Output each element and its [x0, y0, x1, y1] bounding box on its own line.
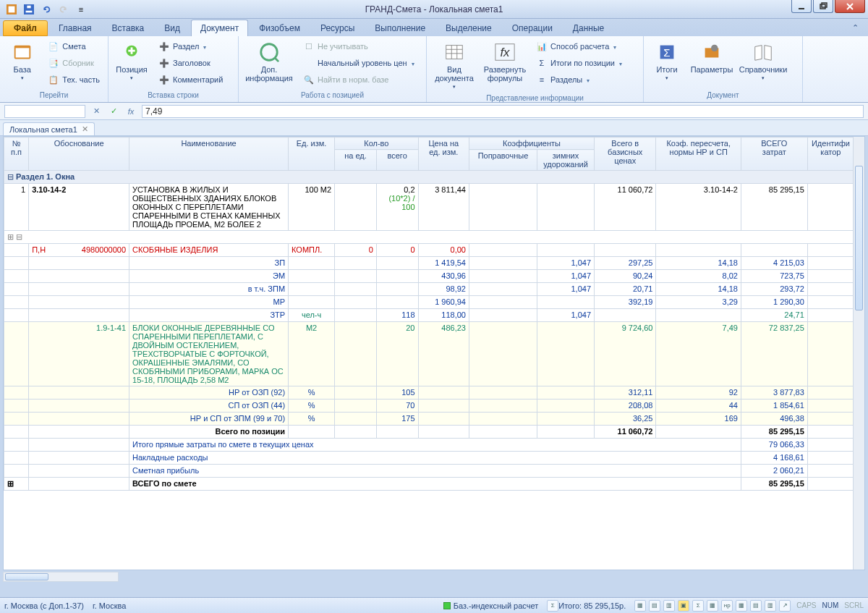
ribbon-group-navigate: База▾ 📄Смета 📑Сборник 📋Тех. часть Перейт…: [0, 36, 109, 102]
collection-button[interactable]: 📑Сборник: [44, 55, 103, 71]
calc-mode-icon: [443, 602, 451, 609]
ignore-button[interactable]: ☐Не учитывать: [299, 38, 418, 54]
table-row[interactable]: Всего по позиции11 060,7285 295,15: [4, 426, 854, 439]
close-button[interactable]: [835, 0, 865, 13]
tab-physvolume[interactable]: Физобъем: [250, 20, 310, 36]
status-icon[interactable]: ▤: [750, 600, 762, 612]
status-icon[interactable]: ▤: [649, 600, 660, 612]
table-row[interactable]: ЗП1 419,541,047297,2514,184 215,03: [4, 257, 854, 270]
heading-button[interactable]: ➕Заголовок: [155, 55, 226, 71]
references-button[interactable]: Справочники▾: [738, 38, 788, 83]
group-label: Документ: [644, 91, 802, 102]
svg-rect-1: [9, 6, 15, 12]
table-row[interactable]: в т.ч. ЗПМ98,921,04720,7114,18293,72: [4, 283, 854, 296]
svg-line-16: [275, 58, 279, 62]
close-doc-icon[interactable]: ✕: [82, 124, 88, 134]
tab-selection[interactable]: Выделение: [436, 20, 501, 36]
app-icon[interactable]: [4, 2, 19, 17]
techpart-button[interactable]: 📋Тех. часть: [44, 72, 103, 88]
table-row[interactable]: НР и СП от ЗПМ (99 и 70)%17536,25169496,…: [4, 413, 854, 426]
status-icon[interactable]: ▦: [736, 600, 747, 612]
tab-view[interactable]: Вид: [155, 20, 190, 36]
table-row[interactable]: СП от ОЗП (44)%70208,08441 854,61: [4, 399, 854, 413]
qat-customize-icon[interactable]: ≡: [74, 2, 88, 17]
table-row[interactable]: ЭМ430,961,04790,248,02723,75: [4, 270, 854, 283]
svg-rect-4: [27, 5, 30, 8]
status-icon[interactable]: нр: [721, 600, 733, 612]
section-button[interactable]: ➕Раздел: [155, 38, 226, 54]
table-row[interactable]: Накладные расходы4 168,61: [4, 452, 854, 465]
status-icon[interactable]: ▥: [663, 600, 675, 612]
svg-point-27: [711, 45, 718, 51]
status-icon[interactable]: ▣: [678, 600, 689, 612]
table-row[interactable]: Итого прямые затраты по смете в текущих …: [4, 439, 854, 452]
status-icon[interactable]: ↗: [779, 600, 791, 612]
ribbon-group-position: Доп. информация ☐Не учитывать Начальный …: [239, 36, 427, 102]
addinfo-button[interactable]: Доп. информация: [243, 38, 295, 85]
ribbon-group-insertrow: Позиция▾ ➕Раздел ➕Заголовок ➕Комментарий…: [109, 36, 239, 102]
table-row[interactable]: ⊞ВСЕГО по смете85 295,15: [4, 478, 854, 491]
docview-button[interactable]: Вид документа▾: [431, 38, 477, 92]
status-icon[interactable]: ▥: [765, 600, 776, 612]
table-row[interactable]: ЗТРчел-ч118118,001,04724,71: [4, 309, 854, 322]
vertical-scrollbar[interactable]: [853, 137, 864, 570]
redo-icon[interactable]: [56, 2, 71, 17]
region-indicator-1: г. Москва (с Доп.1-37): [4, 601, 84, 610]
minimize-button[interactable]: [791, 0, 812, 13]
grid-header: № п.п Обоснование Наименование Ед. изм. …: [4, 138, 854, 171]
expandformulas-button[interactable]: fxРазвернуть формулы: [482, 38, 528, 85]
grand-total: Итого: 85 295,15р.: [558, 601, 626, 610]
fx-icon[interactable]: fx: [124, 105, 137, 118]
calcmethod-button[interactable]: 📊Способ расчета: [532, 38, 626, 54]
positiontotals-button[interactable]: ΣИтоги по позиции: [532, 55, 626, 71]
status-icon[interactable]: ▦: [707, 600, 718, 612]
table-row[interactable]: 1 3.10-14-2 УСТАНОВКА В ЖИЛЫХ И ОБЩЕСТВЕ…: [4, 184, 854, 231]
cancel-formula-icon[interactable]: ✕: [90, 105, 103, 118]
tab-execution[interactable]: Выполнение: [365, 20, 435, 36]
formula-input[interactable]: 7,49: [142, 105, 864, 118]
tab-document[interactable]: Документ: [191, 20, 248, 36]
maximize-button[interactable]: [813, 0, 833, 13]
params-button[interactable]: Параметры: [690, 38, 733, 76]
ribbon-toggle-icon[interactable]: ⌃: [852, 23, 862, 33]
document-tab[interactable]: Локальная смета1 ✕: [3, 122, 95, 135]
tab-file[interactable]: Файл: [3, 20, 48, 36]
comment-button[interactable]: ➕Комментарий: [155, 72, 226, 88]
tab-insert[interactable]: Вставка: [103, 20, 154, 36]
estimate-button[interactable]: 📄Смета: [44, 38, 103, 54]
pricelevel-button[interactable]: Начальный уровень цен: [299, 55, 418, 71]
totals-button[interactable]: ΣИтоги▾: [648, 38, 686, 83]
horizontal-scrollbar[interactable]: [3, 572, 119, 582]
tab-home[interactable]: Главная: [49, 20, 101, 36]
table-row[interactable]: П,Н4980000000 СКОБЯНЫЕ ИЗДЕЛИЯ КОМПЛ. 0 …: [4, 244, 854, 257]
base-button[interactable]: База▾: [4, 38, 40, 83]
estimate-grid[interactable]: № п.п Обоснование Наименование Ед. изм. …: [4, 137, 854, 491]
grid-wrapper: № п.п Обоснование Наименование Ед. изм. …: [3, 136, 865, 570]
table-row[interactable]: НР от ОЗП (92)%105312,11923 877,83: [4, 386, 854, 399]
table-row[interactable]: 1.9-1-41 БЛОКИ ОКОННЫЕ ДЕРЕВЯННЫЕ СО СПА…: [4, 322, 854, 386]
ribbon: База▾ 📄Смета 📑Сборник 📋Тех. часть Перейт…: [0, 36, 868, 103]
section-row[interactable]: Раздел 1. Окна: [4, 171, 854, 184]
svg-rect-6: [820, 4, 825, 9]
name-box[interactable]: [4, 105, 85, 118]
group-label: Вставка строки: [109, 91, 238, 102]
tab-resources[interactable]: Ресурсы: [311, 20, 364, 36]
expand-row[interactable]: ⊞ ⊟: [4, 231, 854, 244]
window-buttons: [791, 0, 865, 13]
tab-operations[interactable]: Операции: [503, 20, 562, 36]
tab-data[interactable]: Данные: [563, 20, 613, 36]
undo-icon[interactable]: [39, 2, 54, 17]
status-icons: ▦ ▤ ▥ ▣ Σ ▦ нр ▦ ▤ ▥ ↗: [634, 600, 791, 612]
sections-button[interactable]: ≡Разделы: [532, 72, 626, 88]
accept-formula-icon[interactable]: ✓: [107, 105, 120, 118]
calc-mode-label[interactable]: Баз.-индексный расчет: [454, 601, 538, 610]
position-button[interactable]: Позиция▾: [113, 38, 150, 83]
status-icon[interactable]: ▦: [634, 600, 646, 612]
table-row[interactable]: Сметная прибыль2 060,21: [4, 465, 854, 478]
document-tabs: Локальная смета1 ✕: [0, 120, 868, 136]
table-row[interactable]: МР1 960,94392,193,291 290,30: [4, 296, 854, 309]
caps-indicator: CAPS: [796, 601, 816, 609]
status-icon[interactable]: Σ: [692, 600, 704, 612]
findnorm-button[interactable]: 🔍Найти в норм. базе: [299, 72, 418, 88]
save-icon[interactable]: [22, 2, 36, 17]
